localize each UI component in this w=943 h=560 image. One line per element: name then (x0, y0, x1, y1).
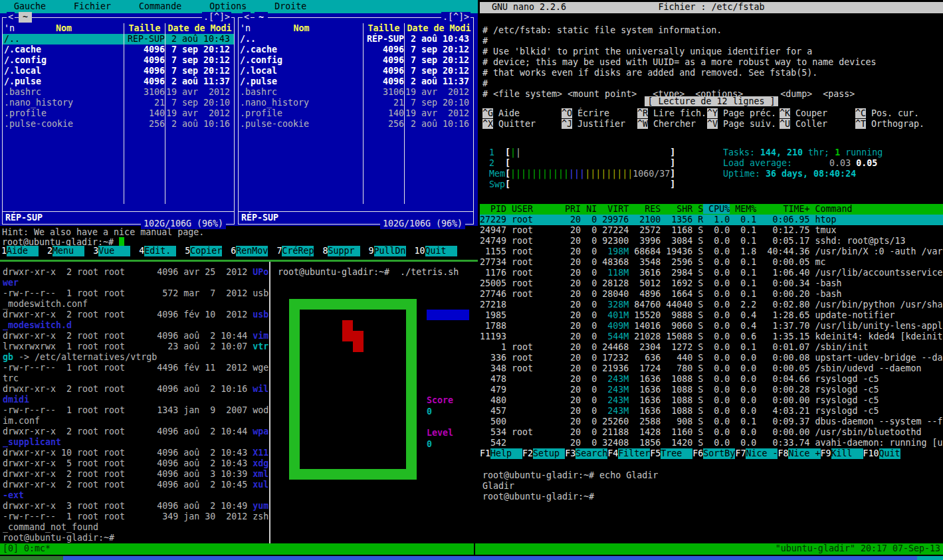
htop-process-row[interactable]: 11193 20 0 544M 21028 15088 S 0.0 0.6 1:… (480, 331, 943, 342)
mc-disk-usage: 102G/106G (96%) (380, 219, 465, 229)
fkey-quit[interactable]: 10Quit (415, 246, 457, 256)
nano-shortcut-ctrl-v[interactable]: ^V Page suiv. (707, 119, 780, 130)
mc-file-row[interactable]: /.pulse4096 2 aoû 11:37 (239, 76, 473, 87)
menu-item-commande[interactable]: Commande (139, 1, 181, 12)
mc-file-row[interactable]: /..RÉP-SUP 2 aoû 10:43 (3, 34, 234, 45)
htop-process-row[interactable]: 1985 20 0 401M 15520 9888 S 0.0 0.4 1:28… (480, 310, 943, 321)
htop-process-row[interactable]: 1176 root 20 0 118M 3616 2984 S 0.0 0.1 … (480, 268, 943, 278)
mc-empty-row (3, 130, 234, 140)
nano-shortcut-ctrl-k[interactable]: ^K Couper (780, 108, 855, 119)
panel-collapse-left-icon[interactable]: < (243, 12, 251, 23)
pane-separator-vertical[interactable] (269, 262, 270, 543)
window-edge-strip (0, 556, 943, 560)
fkey-nice-[interactable]: F8Nice + (778, 448, 820, 459)
fkey-pulldn[interactable]: 9PullDn (369, 246, 406, 256)
mc-right-panel-path[interactable]: ~ (255, 12, 268, 23)
nano-shortcut-ctrl-j[interactable]: ^J Justifier (562, 119, 637, 130)
mc-file-row[interactable]: .profile14019 avr 2012 (3, 108, 234, 119)
mc-hint-line: Hint: We also have a nice manual page. (2, 227, 204, 238)
htop-process-row[interactable]: 1788 20 0 409M 14016 9060 S 0.0 0.4 1:37… (480, 321, 943, 331)
fkey-menu[interactable]: 2Menu (47, 246, 84, 256)
fkey-tree[interactable]: F5Tree (650, 448, 692, 459)
mc-file-row[interactable]: .pulse-cookie256 2 aoû 10:16 (239, 119, 473, 130)
htop-process-row[interactable]: 24749 root 20 0 92300 3996 3084 S 0.0 0.… (480, 236, 943, 246)
fkey-copier[interactable]: 5Copier (185, 246, 222, 256)
htop-process-row[interactable]: 1155 root 20 0 198M 68684 19436 S 0.0 1.… (480, 246, 943, 257)
htop-process-row[interactable]: 348 root 20 0 21936 1724 780 S 0.0 0.0 0… (480, 363, 943, 374)
htop-process-row[interactable]: 27218 20 0 328M 84760 44040 S 0.0 2.2 0:… (480, 300, 943, 310)
terminal-line: -rw-r--r-- 1 root root 1343 jan 9 2007 w… (3, 405, 268, 416)
htop-process-row[interactable]: 500 20 0 25260 2588 908 S 0.0 0.1 0:09.3… (480, 417, 943, 427)
mc-file-row[interactable]: /.config4096 7 sep 20:12 (239, 55, 473, 66)
mc-file-row[interactable]: .nano_history21 7 sep 20:10 (239, 98, 473, 108)
panel-up-icon[interactable]: .[^]> (441, 12, 471, 23)
mc-file-row[interactable]: /.local4096 7 sep 20:12 (239, 66, 473, 76)
nano-shortcut-ctrl-t[interactable]: ^T Orthograp. (855, 119, 943, 130)
nano-shortcut-ctrl-r[interactable]: ^R Lire fich. (637, 108, 707, 119)
htop-process-row[interactable]: 1 root 20 0 24468 2304 1272 S 0.0 0.1 0:… (480, 342, 943, 353)
panel-up-icon[interactable]: .[^]> (202, 12, 231, 23)
panel-collapse-left-icon[interactable]: < (7, 12, 15, 23)
mc-column-headers[interactable]: 'nNom Taille Date de Modi (239, 23, 473, 34)
mc-empty-row (239, 172, 473, 183)
fkey-vue[interactable]: 3Vue (93, 246, 130, 256)
htop-process-row[interactable]: 27746 root 20 0 28040 4896 1664 S 0.0 0.… (480, 289, 943, 300)
menu-item-droite[interactable]: Droite (274, 1, 306, 12)
mc-file-row[interactable]: .profile14019 avr 2012 (239, 108, 473, 119)
mc-file-row[interactable]: .pulse-cookie256 2 aoû 10:16 (3, 119, 234, 130)
mc-file-row[interactable]: /.pulse4096 2 aoû 11:37 (3, 76, 234, 87)
htop-process-row[interactable]: 336 root 20 0 17232 636 440 S 0.0 0.0 0:… (480, 353, 943, 363)
mc-file-row[interactable]: /.config4096 7 sep 20:12 (3, 55, 234, 66)
nano-shortcut-ctrl-y[interactable]: ^Y Page préc. (707, 108, 780, 119)
fkey-kill[interactable]: F9Kill (821, 448, 863, 459)
mc-file-row[interactable]: .nano_history21 7 sep 20:10 (3, 98, 234, 108)
fkey-renmov[interactable]: 6RenMov (231, 246, 268, 256)
htop-process-row[interactable]: 542 20 0 32408 1856 1420 S 0.0 0.0 0:33.… (480, 438, 943, 448)
htop-process-row[interactable]: 534 root 20 0 21188 1428 1160 S 0.0 0.0 … (480, 427, 943, 438)
mc-column-headers[interactable]: 'nNom Taille Date de Modi (3, 23, 234, 34)
htop-process-row[interactable]: 25005 root 20 0 28128 5012 1692 S 0.0 0.… (480, 278, 943, 289)
nano-editor-content[interactable]: # /etc/fstab: static file system informa… (482, 25, 941, 100)
menu-item-fichier[interactable]: Fichier (74, 1, 111, 12)
fkey-nice-[interactable]: F7Nice - (735, 448, 778, 459)
column-header-date: Date de Modi (165, 23, 234, 34)
mc-file-row[interactable]: /.cache4096 7 sep 20:12 (239, 45, 473, 55)
mc-empty-row (3, 193, 234, 204)
htop-window: 1 [|| ] 2 [ ] Mem[||||||||||||||||||||||… (480, 143, 943, 462)
mc-file-row[interactable]: .bashrc310619 avr 2012 (3, 87, 234, 98)
nano-shortcut-ctrl-g[interactable]: ^G Aide (482, 108, 562, 119)
menu-item-gauche[interactable]: Gauche (14, 1, 46, 12)
htop-process-row[interactable]: 27229 root 20 0 29976 2100 1356 R 1.0 0.… (480, 215, 943, 225)
fkey-filter[interactable]: F4Filter (607, 448, 650, 459)
htop-process-row[interactable]: 457 20 0 243M 1636 1088 S 0.0 0.0 4:03.2… (480, 406, 943, 417)
htop-process-row[interactable]: 480 20 0 243M 1636 1088 S 0.0 0.0 0:00.0… (480, 395, 943, 406)
menu-item-options[interactable]: Options (209, 1, 247, 12)
nano-shortcut-ctrl-u[interactable]: ^U Coller (780, 119, 855, 130)
mc-file-row[interactable]: .bashrc310619 avr 2012 (239, 87, 473, 98)
shell-terminal-pane[interactable]: root@ubuntu-gladir:~# echo GladirGladirr… (482, 470, 941, 502)
fkey-cr-rep[interactable]: 7CréRep (276, 246, 314, 256)
mc-left-panel-path[interactable]: ~ (19, 12, 32, 23)
nano-shortcut-ctrl-x[interactable]: ^X Quitter (482, 119, 562, 130)
fkey-quit[interactable]: F10Quit (863, 448, 900, 459)
mc-file-row[interactable]: /.cache4096 7 sep 20:12 (3, 45, 234, 55)
fkey-help[interactable]: F1Help (480, 448, 522, 459)
tmux-status-bar[interactable]: [0] 0:mc* (0, 543, 474, 555)
htop-process-row[interactable]: 479 20 0 243M 1636 1088 S 0.0 0.0 0:00.2… (480, 385, 943, 395)
terminal-line: -rw-r--r-- 1 root root 572 mar 7 2012 us… (3, 288, 268, 299)
mc-file-row[interactable]: /.local4096 7 sep 20:12 (3, 66, 234, 76)
nano-shortcut-ctrl-w[interactable]: ^W Chercher (637, 119, 707, 130)
fkey-aide[interactable]: 1Aide (1, 246, 39, 256)
fkey-suppr[interactable]: 8Suppr (322, 246, 360, 256)
nano-shortcut-ctrl-c[interactable]: ^C Pos. cur. (855, 108, 943, 119)
fkey--dit-[interactable]: 4Édit. (139, 246, 176, 256)
fkey-sortby[interactable]: F6SortBy (692, 448, 735, 459)
htop-process-row[interactable]: 27734 root 20 0 48368 3548 2596 S 0.0 0.… (480, 257, 943, 268)
column-header-size: Taille (124, 23, 165, 34)
fkey-search[interactable]: F3Search (565, 448, 607, 459)
nano-shortcut-ctrl-o[interactable]: ^O Écrire (562, 108, 637, 119)
htop-process-row[interactable]: 24947 root 20 0 27224 2572 1168 S 0.0 0.… (480, 225, 943, 236)
htop-process-row[interactable]: 478 20 0 243M 1636 1088 S 0.0 0.0 0:04.6… (480, 374, 943, 385)
fkey-setup[interactable]: F2Setup (522, 448, 565, 459)
mc-file-row[interactable]: /..RÉP-SUP 2 aoû 10:43 (239, 34, 473, 45)
